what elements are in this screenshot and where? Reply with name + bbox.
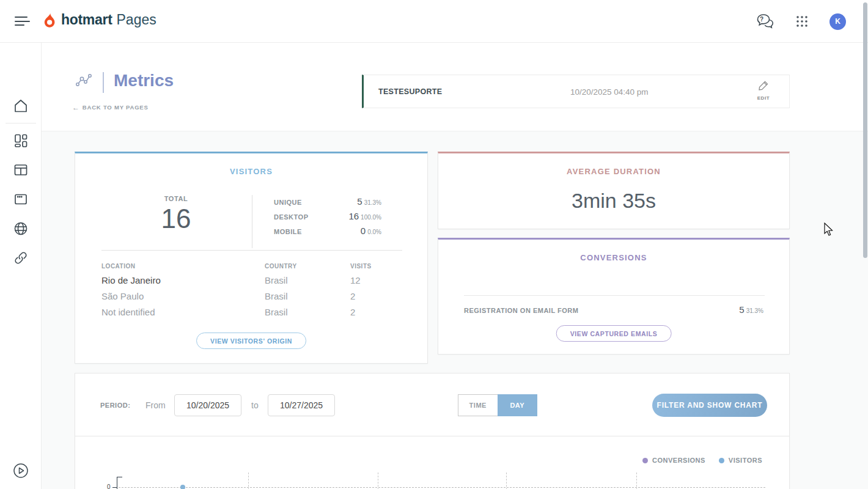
toggle-label: TIME	[469, 402, 487, 409]
pages-icon	[13, 191, 29, 207]
duration-title: AVERAGE DURATION	[438, 167, 789, 176]
conversion-value: 5	[739, 304, 744, 315]
avatar-initial: K	[835, 17, 840, 26]
topbar: hotmart Pages ? K	[0, 0, 868, 43]
topbar-actions: ? K	[756, 0, 846, 43]
view-captured-emails-button[interactable]: VIEW CAPTURED EMAILS	[556, 325, 672, 342]
domains-icon	[13, 221, 29, 237]
total-label: TOTAL	[112, 195, 240, 202]
sidebar-item-tutorials[interactable]	[0, 458, 42, 483]
templates-icon	[13, 162, 29, 178]
from-label: From	[145, 400, 166, 410]
selected-page-card: TESTESUPORTE 10/20/2025 04:40 pm EDIT	[362, 75, 790, 108]
selected-page-date: 10/20/2025 04:40 pm	[570, 87, 649, 97]
period-label: PERIOD:	[100, 402, 130, 409]
stat-value: 5	[357, 196, 362, 207]
home-icon	[12, 97, 29, 114]
gridline-vertical	[248, 472, 249, 489]
table-cell-location: Not identified	[101, 307, 155, 317]
y-axis-line	[117, 477, 117, 489]
brand-name: hotmart	[61, 12, 112, 28]
app-root: hotmart Pages ? K	[0, 0, 868, 489]
gridline-vertical	[636, 472, 637, 489]
support-chat-icon[interactable]: ?	[756, 13, 774, 29]
main-content: Metrics ←BACK TO MY PAGES TESTESUPORTE 1…	[42, 43, 868, 489]
sidebar-item-home[interactable]	[0, 94, 42, 118]
brand-product: Pages	[117, 12, 156, 28]
stat-row-unique: UNIQUE 531.3%	[274, 196, 381, 207]
brand-logo[interactable]: hotmart Pages	[42, 12, 156, 28]
page-scrollbar-thumb[interactable]	[863, 2, 867, 258]
apps-grid-icon[interactable]	[795, 15, 809, 28]
stat-label: UNIQUE	[274, 199, 302, 206]
sidebar-item-domains[interactable]	[0, 216, 42, 241]
filter-chart-card: PERIOD: From to TIME DAY FILTER AND SHOW…	[75, 373, 790, 489]
sidebar-item-dashboard[interactable]	[0, 128, 42, 153]
sidebar: ?	[0, 43, 42, 489]
toggle-time-button[interactable]: TIME	[458, 395, 498, 416]
table-cell-country: Brasil	[265, 275, 288, 285]
table-cell-location: Rio de Janeiro	[101, 275, 161, 285]
legend-dot-visitors	[719, 458, 724, 463]
column-header-visits: VISITS	[350, 263, 372, 270]
sidebar-item-templates[interactable]	[0, 158, 42, 182]
stat-row-mobile: MOBILE 00.0%	[274, 226, 381, 237]
conversion-row-label: REGISTRATION ON EMAIL FORM	[464, 307, 578, 314]
legend-dot-conversions	[642, 458, 648, 463]
legend-label: CONVERSIONS	[652, 457, 705, 464]
sidebar-item-links[interactable]	[0, 246, 42, 270]
metrics-chart-icon	[75, 73, 92, 88]
selected-page-name: TESTESUPORTE	[378, 87, 442, 96]
gridline-vertical	[378, 472, 378, 489]
filter-show-chart-button[interactable]: FILTER AND SHOW CHART	[652, 394, 767, 417]
stats-divider	[252, 195, 252, 248]
total-value: 16	[112, 204, 240, 234]
legend-label: VISITORS	[729, 457, 762, 464]
y-tick-label: 0	[107, 483, 111, 489]
sidebar-divider	[6, 123, 36, 123]
legend-visitors: VISITORS	[719, 457, 762, 464]
dashboard-icon	[13, 133, 29, 149]
date-to-input[interactable]	[268, 394, 335, 416]
avatar[interactable]: K	[829, 13, 846, 30]
back-link-label: BACK TO MY PAGES	[83, 104, 149, 111]
visitors-data-point[interactable]	[180, 485, 185, 489]
table-cell-visits: 12	[350, 275, 361, 285]
tutorials-icon	[12, 462, 29, 479]
stat-pct: 100.0%	[361, 214, 381, 221]
sidebar-item-pages[interactable]	[0, 187, 42, 211]
duration-value: 3min 35s	[438, 189, 789, 213]
conversions-divider	[464, 295, 765, 296]
toggle-day-button[interactable]: DAY	[498, 394, 538, 416]
flame-logo-icon	[42, 12, 57, 28]
edit-page-button[interactable]: EDIT	[751, 80, 776, 101]
gridline-zero	[119, 487, 765, 488]
stat-value: 0	[361, 226, 366, 236]
conversion-row-value: 531.3%	[739, 304, 763, 315]
view-visitors-origin-button[interactable]: VIEW VISITORS' ORIGIN	[196, 333, 306, 349]
edit-label: EDIT	[751, 95, 776, 101]
table-cell-visits: 2	[350, 291, 355, 301]
stat-value: 16	[348, 211, 359, 221]
stat-pct: 31.3%	[364, 199, 381, 206]
date-from-input[interactable]	[174, 394, 241, 416]
back-to-pages-link[interactable]: ←BACK TO MY PAGES	[72, 103, 149, 112]
menu-icon[interactable]	[15, 17, 31, 26]
conversions-title: CONVERSIONS	[438, 253, 789, 262]
legend-conversions: CONVERSIONS	[642, 457, 705, 464]
chart-legend: CONVERSIONS VISITORS	[642, 457, 762, 464]
stat-label: MOBILE	[274, 228, 302, 235]
conversions-card: CONVERSIONS REGISTRATION ON EMAIL FORM 5…	[438, 238, 790, 355]
visitors-title: VISITORS	[75, 167, 427, 176]
column-header-country: COUNTRY	[265, 263, 297, 270]
table-cell-country: Brasil	[265, 307, 288, 317]
back-arrow-icon: ←	[72, 103, 80, 112]
chart-separator	[75, 436, 789, 436]
stat-pct: 0.0%	[367, 229, 381, 235]
granularity-toggle: TIME DAY	[458, 394, 537, 416]
visitors-card: VISITORS TOTAL 16 UNIQUE 531.3% DESKTOP …	[75, 152, 428, 364]
table-cell-visits: 2	[350, 307, 355, 317]
y-axis-cap	[117, 477, 122, 477]
stat-row-desktop: DESKTOP 16100.0%	[274, 211, 381, 222]
table-cell-country: Brasil	[265, 291, 288, 301]
